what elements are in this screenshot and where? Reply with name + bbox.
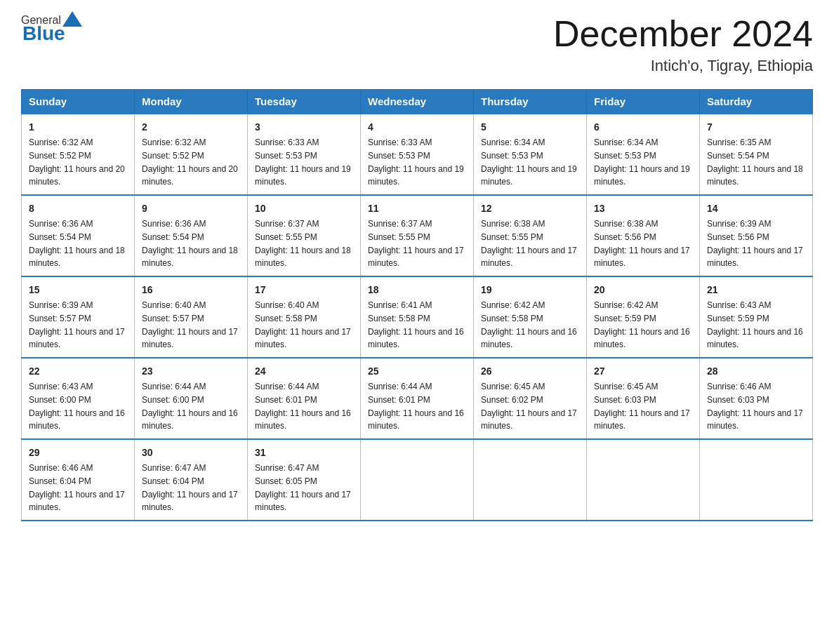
day-number: 29 bbox=[29, 445, 127, 460]
calendar-cell: 10Sunrise: 6:37 AMSunset: 5:55 PMDayligh… bbox=[248, 195, 361, 276]
day-number: 9 bbox=[142, 201, 240, 216]
calendar-cell: 3Sunrise: 6:33 AMSunset: 5:53 PMDaylight… bbox=[248, 114, 361, 195]
calendar-cell: 29Sunrise: 6:46 AMSunset: 6:04 PMDayligh… bbox=[22, 439, 135, 521]
calendar-cell: 18Sunrise: 6:41 AMSunset: 5:58 PMDayligh… bbox=[361, 276, 474, 358]
day-number: 5 bbox=[481, 120, 579, 135]
calendar-cell: 25Sunrise: 6:44 AMSunset: 6:01 PMDayligh… bbox=[361, 358, 474, 439]
logo-blue-text: Blue bbox=[22, 24, 84, 43]
calendar-cell: 16Sunrise: 6:40 AMSunset: 5:57 PMDayligh… bbox=[135, 276, 248, 358]
calendar-cell: 21Sunrise: 6:43 AMSunset: 5:59 PMDayligh… bbox=[700, 276, 813, 358]
day-info: Sunrise: 6:42 AMSunset: 5:58 PMDaylight:… bbox=[481, 300, 577, 349]
day-info: Sunrise: 6:47 AMSunset: 6:05 PMDaylight:… bbox=[255, 463, 351, 512]
day-info: Sunrise: 6:37 AMSunset: 5:55 PMDaylight:… bbox=[255, 219, 351, 268]
calendar-cell: 4Sunrise: 6:33 AMSunset: 5:53 PMDaylight… bbox=[361, 114, 474, 195]
calendar-cell: 13Sunrise: 6:38 AMSunset: 5:56 PMDayligh… bbox=[587, 195, 700, 276]
day-number: 21 bbox=[707, 283, 805, 297]
calendar-week-row: 22Sunrise: 6:43 AMSunset: 6:00 PMDayligh… bbox=[22, 358, 813, 439]
calendar-week-row: 29Sunrise: 6:46 AMSunset: 6:04 PMDayligh… bbox=[22, 439, 813, 521]
weekday-header-wednesday: Wednesday bbox=[361, 90, 474, 114]
day-number: 14 bbox=[707, 201, 805, 216]
calendar-cell: 23Sunrise: 6:44 AMSunset: 6:00 PMDayligh… bbox=[135, 358, 248, 439]
day-number: 12 bbox=[481, 201, 579, 216]
calendar-cell: 7Sunrise: 6:35 AMSunset: 5:54 PMDaylight… bbox=[700, 114, 813, 195]
calendar-cell: 30Sunrise: 6:47 AMSunset: 6:04 PMDayligh… bbox=[135, 439, 248, 521]
calendar-cell bbox=[587, 439, 700, 521]
calendar-cell: 1Sunrise: 6:32 AMSunset: 5:52 PMDaylight… bbox=[22, 114, 135, 195]
day-number: 11 bbox=[368, 201, 466, 216]
day-info: Sunrise: 6:32 AMSunset: 5:52 PMDaylight:… bbox=[142, 137, 238, 187]
day-number: 22 bbox=[29, 364, 127, 379]
day-info: Sunrise: 6:45 AMSunset: 6:02 PMDaylight:… bbox=[481, 382, 577, 431]
day-info: Sunrise: 6:45 AMSunset: 6:03 PMDaylight:… bbox=[594, 382, 690, 431]
calendar-cell: 27Sunrise: 6:45 AMSunset: 6:03 PMDayligh… bbox=[587, 358, 700, 439]
logo-area: General Blue bbox=[21, 14, 84, 43]
day-number: 23 bbox=[142, 364, 240, 379]
day-info: Sunrise: 6:44 AMSunset: 6:00 PMDaylight:… bbox=[142, 382, 238, 431]
calendar-cell: 19Sunrise: 6:42 AMSunset: 5:58 PMDayligh… bbox=[474, 276, 587, 358]
title-area: December 2024 Intich'o, Tigray, Ethiopia bbox=[553, 14, 813, 75]
day-info: Sunrise: 6:43 AMSunset: 6:00 PMDaylight:… bbox=[29, 382, 125, 431]
day-info: Sunrise: 6:35 AMSunset: 5:54 PMDaylight:… bbox=[707, 137, 803, 187]
day-number: 17 bbox=[255, 283, 353, 297]
calendar-cell: 31Sunrise: 6:47 AMSunset: 6:05 PMDayligh… bbox=[248, 439, 361, 521]
calendar-table: SundayMondayTuesdayWednesdayThursdayFrid… bbox=[21, 89, 813, 521]
day-info: Sunrise: 6:42 AMSunset: 5:59 PMDaylight:… bbox=[594, 300, 690, 349]
day-number: 6 bbox=[594, 120, 692, 135]
weekday-header-thursday: Thursday bbox=[474, 90, 587, 114]
day-info: Sunrise: 6:37 AMSunset: 5:55 PMDaylight:… bbox=[368, 219, 464, 268]
day-info: Sunrise: 6:44 AMSunset: 6:01 PMDaylight:… bbox=[255, 382, 351, 431]
calendar-cell: 6Sunrise: 6:34 AMSunset: 5:53 PMDaylight… bbox=[587, 114, 700, 195]
calendar-week-row: 15Sunrise: 6:39 AMSunset: 5:57 PMDayligh… bbox=[22, 276, 813, 358]
weekday-header-friday: Friday bbox=[587, 90, 700, 114]
day-info: Sunrise: 6:40 AMSunset: 5:58 PMDaylight:… bbox=[255, 300, 351, 349]
day-info: Sunrise: 6:34 AMSunset: 5:53 PMDaylight:… bbox=[594, 137, 690, 187]
day-info: Sunrise: 6:32 AMSunset: 5:52 PMDaylight:… bbox=[29, 137, 125, 187]
day-number: 20 bbox=[594, 283, 692, 297]
day-info: Sunrise: 6:47 AMSunset: 6:04 PMDaylight:… bbox=[142, 463, 238, 512]
day-number: 28 bbox=[707, 364, 805, 379]
day-info: Sunrise: 6:39 AMSunset: 5:57 PMDaylight:… bbox=[29, 300, 125, 349]
calendar-cell: 17Sunrise: 6:40 AMSunset: 5:58 PMDayligh… bbox=[248, 276, 361, 358]
day-info: Sunrise: 6:36 AMSunset: 5:54 PMDaylight:… bbox=[142, 219, 238, 268]
day-number: 4 bbox=[368, 120, 466, 135]
month-title: December 2024 bbox=[553, 14, 813, 54]
weekday-header-monday: Monday bbox=[135, 90, 248, 114]
calendar-cell: 24Sunrise: 6:44 AMSunset: 6:01 PMDayligh… bbox=[248, 358, 361, 439]
calendar-cell: 12Sunrise: 6:38 AMSunset: 5:55 PMDayligh… bbox=[474, 195, 587, 276]
day-info: Sunrise: 6:36 AMSunset: 5:54 PMDaylight:… bbox=[29, 219, 125, 268]
calendar-week-row: 1Sunrise: 6:32 AMSunset: 5:52 PMDaylight… bbox=[22, 114, 813, 195]
day-number: 31 bbox=[255, 445, 353, 460]
day-info: Sunrise: 6:38 AMSunset: 5:56 PMDaylight:… bbox=[594, 219, 690, 268]
weekday-header-saturday: Saturday bbox=[700, 90, 813, 114]
calendar-cell: 9Sunrise: 6:36 AMSunset: 5:54 PMDaylight… bbox=[135, 195, 248, 276]
calendar-cell: 2Sunrise: 6:32 AMSunset: 5:52 PMDaylight… bbox=[135, 114, 248, 195]
calendar-week-row: 8Sunrise: 6:36 AMSunset: 5:54 PMDaylight… bbox=[22, 195, 813, 276]
calendar-cell: 11Sunrise: 6:37 AMSunset: 5:55 PMDayligh… bbox=[361, 195, 474, 276]
day-info: Sunrise: 6:40 AMSunset: 5:57 PMDaylight:… bbox=[142, 300, 238, 349]
day-number: 13 bbox=[594, 201, 692, 216]
day-number: 15 bbox=[29, 283, 127, 297]
day-info: Sunrise: 6:33 AMSunset: 5:53 PMDaylight:… bbox=[255, 137, 351, 187]
day-info: Sunrise: 6:46 AMSunset: 6:03 PMDaylight:… bbox=[707, 382, 803, 431]
day-number: 26 bbox=[481, 364, 579, 379]
day-number: 27 bbox=[594, 364, 692, 379]
calendar-cell: 15Sunrise: 6:39 AMSunset: 5:57 PMDayligh… bbox=[22, 276, 135, 358]
day-number: 3 bbox=[255, 120, 353, 135]
calendar-cell: 8Sunrise: 6:36 AMSunset: 5:54 PMDaylight… bbox=[22, 195, 135, 276]
day-number: 16 bbox=[142, 283, 240, 297]
calendar-cell: 20Sunrise: 6:42 AMSunset: 5:59 PMDayligh… bbox=[587, 276, 700, 358]
day-number: 19 bbox=[481, 283, 579, 297]
weekday-header-sunday: Sunday bbox=[22, 90, 135, 114]
day-number: 8 bbox=[29, 201, 127, 216]
day-number: 2 bbox=[142, 120, 240, 135]
page-header: General Blue December 2024 Intich'o, Tig… bbox=[21, 14, 813, 75]
calendar-cell bbox=[361, 439, 474, 521]
calendar-cell: 28Sunrise: 6:46 AMSunset: 6:03 PMDayligh… bbox=[700, 358, 813, 439]
calendar-cell: 22Sunrise: 6:43 AMSunset: 6:00 PMDayligh… bbox=[22, 358, 135, 439]
calendar-cell bbox=[474, 439, 587, 521]
weekday-header-tuesday: Tuesday bbox=[248, 90, 361, 114]
day-number: 1 bbox=[29, 120, 127, 135]
day-number: 25 bbox=[368, 364, 466, 379]
calendar-cell: 14Sunrise: 6:39 AMSunset: 5:56 PMDayligh… bbox=[700, 195, 813, 276]
calendar-cell: 26Sunrise: 6:45 AMSunset: 6:02 PMDayligh… bbox=[474, 358, 587, 439]
